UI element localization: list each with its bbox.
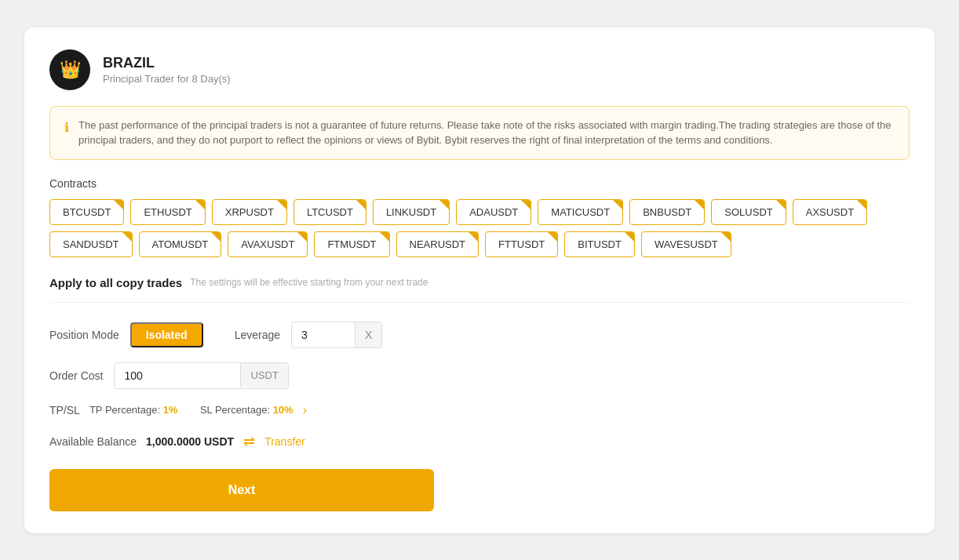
apply-label: Apply to all copy trades — [49, 276, 182, 289]
contracts-label: Contracts — [49, 177, 910, 190]
contract-btn-axsusdt[interactable]: AXSUSDT — [793, 199, 867, 225]
contract-btn-solusdt[interactable]: SOLUSDT — [711, 199, 786, 225]
tpsl-label: TP/SL — [49, 404, 80, 416]
position-mode-group: Position Mode Isolated — [49, 322, 203, 347]
main-card: 👑 BRAZIL Principal Trader for 8 Day(s) ℹ… — [24, 27, 935, 533]
contract-btn-linkusdt[interactable]: LINKUSDT — [373, 199, 450, 225]
order-cost-input[interactable] — [115, 363, 240, 388]
trader-header: 👑 BRAZIL Principal Trader for 8 Day(s) — [49, 49, 910, 90]
order-cost-input-wrapper: USDT — [114, 362, 288, 389]
leverage-input[interactable] — [292, 322, 355, 347]
contract-btn-atomusdt[interactable]: ATOMUSDT — [139, 231, 222, 257]
order-cost-row: Order Cost USDT — [49, 362, 910, 389]
tpsl-row: TP/SL TP Percentage: 1% SL Percentage: 1… — [49, 403, 910, 417]
warning-box: ℹ The past performance of the principal … — [49, 106, 910, 160]
sl-value: 10% — [273, 404, 294, 416]
apply-row: Apply to all copy trades The settings wi… — [49, 276, 910, 303]
transfer-link[interactable]: Transfer — [264, 435, 305, 448]
position-mode-badge[interactable]: Isolated — [130, 322, 203, 347]
tp-label: TP Percentage: 1% — [89, 404, 178, 416]
avatar-icon: 👑 — [60, 60, 81, 80]
contract-btn-xrpusdt[interactable]: XRPUSDT — [212, 199, 287, 225]
contract-btn-bitusdt[interactable]: BITUSDT — [564, 231, 635, 257]
leverage-input-wrapper: X — [291, 322, 382, 348]
contract-btn-ltcusdt[interactable]: LTCUSDT — [294, 199, 366, 225]
contract-btn-ethusdt[interactable]: ETHUSDT — [130, 199, 205, 225]
transfer-icon[interactable]: ⇌ — [243, 433, 255, 450]
contract-btn-ftmusdt[interactable]: FTMUSDT — [314, 231, 389, 257]
balance-label: Available Balance — [49, 435, 137, 448]
tpsl-separator — [187, 403, 190, 417]
position-mode-label: Position Mode — [49, 329, 119, 341]
trader-name: BRAZIL — [103, 55, 231, 71]
trader-subtitle: Principal Trader for 8 Day(s) — [103, 73, 231, 85]
contract-btn-bnbusdt[interactable]: BNBUSDT — [629, 199, 705, 225]
sl-label: SL Percentage: 10% — [200, 404, 294, 416]
info-icon: ℹ — [64, 118, 69, 148]
leverage-group: Leverage X — [235, 322, 383, 348]
balance-row: Available Balance 1,000.0000 USDT ⇌ Tran… — [49, 433, 910, 450]
contract-btn-wavesusdt[interactable]: WAVESUSDT — [641, 231, 731, 257]
contract-btn-avaxusdt[interactable]: AVAXUSDT — [228, 231, 308, 257]
trader-info: BRAZIL Principal Trader for 8 Day(s) — [103, 55, 231, 85]
chevron-right-icon[interactable]: › — [303, 403, 307, 417]
contract-btn-fttusdt[interactable]: FTTUSDT — [485, 231, 558, 257]
contract-btn-btcusdt[interactable]: BTCUSDT — [49, 199, 124, 225]
avatar: 👑 — [49, 49, 90, 90]
apply-subtitle: The settings will be effective starting … — [190, 277, 428, 288]
next-button[interactable]: Next — [49, 469, 434, 511]
balance-value: 1,000.0000 USDT — [146, 435, 234, 448]
contract-btn-sandusdt[interactable]: SANDUSDT — [49, 231, 133, 257]
leverage-unit: X — [355, 322, 381, 347]
leverage-label: Leverage — [235, 329, 280, 341]
contract-btn-nearusdt[interactable]: NEARUSDT — [396, 231, 480, 257]
contracts-grid: BTCUSDT ETHUSDT XRPUSDT LTCUSDT LINKUSDT… — [49, 199, 910, 257]
contract-btn-maticusdt[interactable]: MATICUSDT — [538, 199, 623, 225]
order-cost-label: Order Cost — [49, 369, 103, 382]
tp-value: 1% — [163, 404, 178, 416]
contract-btn-adausdt[interactable]: ADAUSDT — [456, 199, 531, 225]
order-cost-currency: USDT — [240, 363, 287, 387]
settings-row: Position Mode Isolated Leverage X — [49, 322, 910, 348]
warning-text: The past performance of the principal tr… — [78, 118, 895, 148]
